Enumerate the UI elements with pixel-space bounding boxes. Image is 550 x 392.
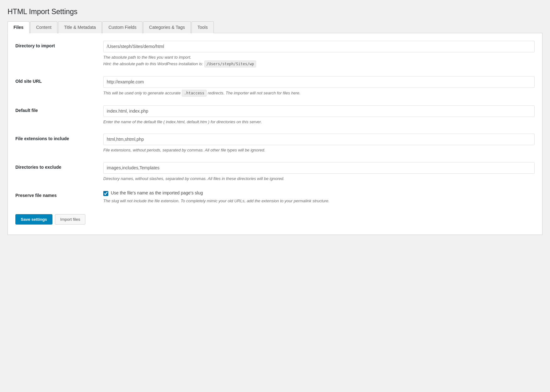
preserve-file-names-checkbox[interactable]	[103, 191, 108, 196]
htaccess-code: .htaccess	[182, 90, 207, 97]
actions-bar: Save settings Import files	[15, 214, 535, 225]
directories-exclude-help: Directory names, without slashes, separa…	[103, 176, 535, 182]
old-site-url-content: This will be used only to generate accur…	[103, 76, 535, 97]
directories-exclude-content: Directory names, without slashes, separa…	[103, 162, 535, 182]
old-site-url-input[interactable]	[103, 76, 535, 88]
file-extensions-label: File extensions to include	[15, 134, 103, 141]
save-settings-button[interactable]: Save settings	[15, 214, 52, 225]
tab-files[interactable]: Files	[8, 21, 30, 33]
directories-exclude-input[interactable]	[103, 162, 535, 174]
tab-tools[interactable]: Tools	[191, 21, 214, 33]
preserve-file-names-label: Preserve file names	[15, 190, 103, 198]
preserve-file-names-content: Use the file's name as the imported page…	[103, 190, 535, 204]
preserve-file-names-row: Preserve file names Use the file's name …	[15, 190, 535, 204]
tab-bar: Files Content Title & Metadata Custom Fi…	[8, 21, 542, 33]
old-site-url-help: This will be used only to generate accur…	[103, 90, 535, 97]
page-title: HTML Import Settings	[8, 8, 542, 16]
old-site-url-row: Old site URL This will be used only to g…	[15, 76, 535, 97]
default-file-content: Enter the name of the default file ( ind…	[103, 105, 535, 125]
directory-to-import-content: The absolute path to the files you want …	[103, 41, 535, 67]
directory-to-import-help1: The absolute path to the files you want …	[103, 54, 535, 67]
tab-content[interactable]: Content	[30, 21, 57, 33]
file-extensions-input[interactable]	[103, 134, 535, 145]
directories-exclude-row: Directories to exclude Directory names, …	[15, 162, 535, 182]
directory-to-import-label: Directory to import	[15, 41, 103, 48]
old-site-url-label: Old site URL	[15, 76, 103, 84]
default-file-help: Enter the name of the default file ( ind…	[103, 119, 535, 125]
preserve-file-names-help: The slug will not include the file exten…	[103, 198, 535, 204]
directory-to-import-row: Directory to import The absolute path to…	[15, 41, 535, 67]
default-file-label: Default file	[15, 105, 103, 113]
tab-categories-tags[interactable]: Categories & Tags	[143, 21, 191, 33]
file-extensions-help: File extensions, without periods, separa…	[103, 147, 535, 153]
default-file-row: Default file Enter the name of the defau…	[15, 105, 535, 125]
directory-to-import-input[interactable]	[103, 41, 535, 52]
preserve-file-names-checkbox-label[interactable]: Use the file's name as the imported page…	[111, 190, 203, 195]
settings-panel: Directory to import The absolute path to…	[8, 33, 542, 235]
tab-custom-fields[interactable]: Custom Fields	[102, 21, 142, 33]
preserve-file-names-checkbox-row: Use the file's name as the imported page…	[103, 190, 535, 196]
wp-path-code: /Users/steph/Sites/wp	[204, 61, 256, 67]
file-extensions-row: File extensions to include File extensio…	[15, 134, 535, 153]
directories-exclude-label: Directories to exclude	[15, 162, 103, 170]
default-file-input[interactable]	[103, 105, 535, 117]
tab-title-metadata[interactable]: Title & Metadata	[58, 21, 102, 33]
file-extensions-content: File extensions, without periods, separa…	[103, 134, 535, 153]
import-files-button[interactable]: Import files	[55, 214, 86, 225]
